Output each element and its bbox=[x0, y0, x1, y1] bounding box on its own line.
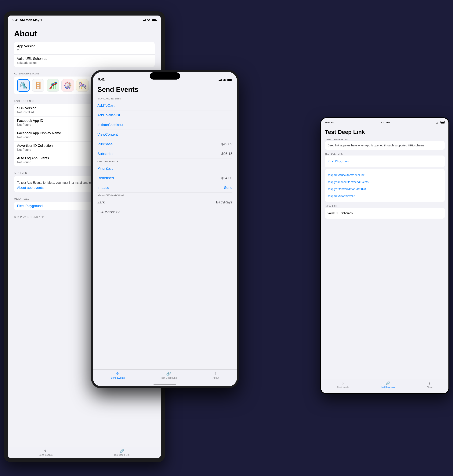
scene: 9:41 AM Mon May 1 5G About bbox=[0, 0, 453, 476]
right-tab-about-label: About bbox=[427, 386, 432, 388]
valid-url-schemes-label: Valid URL Schemes bbox=[327, 211, 442, 215]
event-row-addtowishlist[interactable]: AddToWishlist bbox=[97, 110, 232, 120]
standard-events-list: AddToCart AddToWishlist InitiateCheckout… bbox=[97, 101, 232, 159]
event-subscribe-price: $96.18 bbox=[221, 152, 232, 156]
detected-deep-link-placeholder: Deep link appears here when App is opene… bbox=[327, 143, 442, 147]
iphone-right-signal-icon bbox=[436, 121, 439, 124]
detected-deep-link-header: DETECTED DEEP LINK bbox=[325, 137, 445, 141]
app-icon-5[interactable]: 🎠 bbox=[76, 79, 89, 92]
app-version-label: App Version bbox=[17, 44, 152, 48]
event-redefined-name: Redefined bbox=[97, 176, 114, 180]
right-send-events-icon: ✈ bbox=[341, 381, 344, 386]
right-tab-send-events[interactable]: ✈ Send Events bbox=[337, 381, 349, 388]
iphone-notch bbox=[150, 72, 180, 80]
iphone-center-signal-icon bbox=[219, 79, 222, 81]
iphone-center-screen: 9:41 5G Send Events STANDARD EVENTS AddT… bbox=[93, 72, 237, 386]
iphone-tab-deep-link-label: Test Deep Link bbox=[161, 376, 177, 379]
iphone-tab-send-events[interactable]: ✈ Send Events bbox=[111, 372, 125, 379]
app-icon-4[interactable]: 🎡 bbox=[61, 79, 74, 92]
adv-zark-val: BabyRays bbox=[216, 200, 232, 204]
custom-events-list: Ping Zucc Redefined $54.60 Impacc Send bbox=[97, 164, 232, 193]
adv-row-address: 924 Mason St bbox=[97, 207, 232, 217]
test-deep-link-header: TEST DEEP LINK bbox=[325, 152, 445, 156]
iphone-right-time: 9:41 AM bbox=[381, 121, 390, 124]
event-impacc-name: Impacc bbox=[97, 186, 109, 190]
event-row-pingzucc[interactable]: Ping Zucc bbox=[97, 164, 232, 173]
send-events-title: Send Events bbox=[97, 83, 232, 96]
pixel-playground-test-link[interactable]: Pixel Playground bbox=[327, 158, 442, 165]
iphone-center-content[interactable]: Send Events STANDARD EVENTS AddToCart Ad… bbox=[93, 83, 237, 369]
app-info-card: App Version 2.0 Valid URL Schemes sdkpar… bbox=[14, 42, 155, 67]
test-deep-link-card: Pixel Playground bbox=[325, 156, 445, 167]
deep-link-2[interactable]: sdkpg://impacc?tab=sendEvents bbox=[327, 179, 442, 186]
ipad-tab-bar: ✈ Send Events 🔗 Test Deep Link bbox=[8, 447, 161, 458]
event-initiatecheckout-name: InitiateCheckout bbox=[97, 123, 123, 127]
iphone-right-status-bar: Meta 5G 9:41 AM bbox=[321, 118, 448, 126]
iphone-tab-about[interactable]: ℹ About bbox=[213, 372, 219, 379]
advanced-matching-header: ADVANCED MATCHING bbox=[97, 193, 232, 198]
about-app-events-link[interactable]: About app events bbox=[17, 186, 44, 190]
iphone-deep-link-icon: 🔗 bbox=[166, 372, 171, 376]
deep-links-card: sdkpark://zucc?tab=deepLink sdkpg://impa… bbox=[325, 169, 445, 202]
home-button[interactable] bbox=[381, 383, 388, 390]
send-button[interactable]: Send bbox=[224, 186, 232, 190]
right-tab-send-events-label: Send Events bbox=[337, 386, 349, 388]
iphone-center-network: 5G bbox=[223, 78, 226, 82]
deep-link-1[interactable]: sdkpark://zucc?tab=deepLink bbox=[327, 172, 442, 179]
event-row-impacc[interactable]: Impacc Send bbox=[97, 183, 232, 193]
event-row-addtocart[interactable]: AddToCart bbox=[97, 101, 232, 110]
event-row-redefined[interactable]: Redefined $54.60 bbox=[97, 173, 232, 183]
tab-test-deep-link[interactable]: 🔗 Test Deep Link bbox=[114, 448, 130, 456]
iphone-tab-send-label: Send Events bbox=[111, 376, 125, 379]
event-row-purchase[interactable]: Purchase $49.09 bbox=[97, 139, 232, 149]
event-pingzucc-name: Ping Zucc bbox=[97, 166, 113, 171]
event-row-initiatecheckout[interactable]: InitiateCheckout bbox=[97, 120, 232, 130]
iphone-right-screen: Meta 5G 9:41 AM Test Deep Link DETECTED … bbox=[321, 118, 448, 393]
right-about-icon: ℹ bbox=[429, 381, 430, 386]
info-plist-card: Valid URL Schemes bbox=[325, 207, 445, 219]
iphone-right-battery-icon bbox=[440, 121, 445, 124]
iphone-tab-about-label: About bbox=[213, 376, 219, 379]
event-redefined-price: $54.60 bbox=[221, 176, 232, 180]
event-subscribe-name: Subscribe bbox=[97, 152, 113, 156]
url-schemes-value: sdkpark, sdkpg bbox=[17, 61, 152, 65]
event-purchase-price: $49.09 bbox=[221, 142, 232, 146]
page-title: About bbox=[14, 25, 155, 42]
url-schemes-row: Valid URL Schemes sdkpark, sdkpg bbox=[14, 55, 155, 67]
url-schemes-label: Valid URL Schemes bbox=[17, 57, 152, 61]
detected-deep-link-card: Deep link appears here when App is opene… bbox=[325, 141, 445, 150]
home-indicator bbox=[154, 384, 176, 385]
right-tab-about[interactable]: ℹ About bbox=[427, 381, 432, 388]
iphone-center-battery-icon bbox=[227, 79, 232, 81]
signal-bars-icon bbox=[142, 19, 146, 21]
adv-row-zark: Zark BabyRays bbox=[97, 198, 232, 207]
app-icon-3[interactable]: 🎢 bbox=[47, 79, 59, 92]
deep-link-title: Test Deep Link bbox=[325, 126, 445, 137]
iphone-right-content[interactable]: Test Deep Link DETECTED DEEP LINK Deep l… bbox=[321, 126, 448, 379]
iphone-right-carrier: Meta 5G bbox=[325, 121, 334, 124]
iphone-about-icon: ℹ bbox=[215, 372, 217, 376]
adv-address-key: 924 Mason St bbox=[97, 210, 120, 214]
app-icon-1[interactable]: 🛝 bbox=[17, 79, 29, 92]
valid-url-schemes-row: Valid URL Schemes bbox=[327, 210, 442, 216]
event-purchase-name: Purchase bbox=[97, 142, 113, 146]
event-addtowishlist-name: AddToWishlist bbox=[97, 113, 120, 117]
app-icon-2[interactable]: 🪜 bbox=[32, 79, 44, 92]
tab-test-deep-link-label: Test Deep Link bbox=[114, 454, 130, 456]
app-version-row: App Version 2.0 bbox=[14, 42, 155, 55]
deep-link-icon: 🔗 bbox=[120, 448, 124, 453]
tab-send-events[interactable]: ✈ Send Events bbox=[39, 448, 53, 456]
pixel-playground-link[interactable]: Pixel Playground bbox=[17, 204, 43, 208]
iphone-center-status-right: 5G bbox=[219, 78, 232, 82]
deep-link-3[interactable]: sdkpg://?tab=sdkInfo&id=2023 bbox=[327, 186, 442, 193]
iphone-center-tab-bar: ✈ Send Events 🔗 Test Deep Link ℹ About bbox=[93, 369, 237, 386]
deep-link-4[interactable]: sdkpark://?tab=invalid bbox=[327, 193, 442, 200]
iphone-right-device: Meta 5G 9:41 AM Test Deep Link DETECTED … bbox=[320, 117, 449, 394]
ipad-status-right: 5G bbox=[142, 19, 156, 22]
iphone-tab-test-deep-link[interactable]: 🔗 Test Deep Link bbox=[161, 372, 177, 379]
app-version-value: 2.0 bbox=[17, 49, 152, 52]
custom-events-header: CUSTOM EVENTS bbox=[97, 159, 232, 164]
event-row-subscribe[interactable]: Subscribe $96.18 bbox=[97, 149, 232, 159]
ipad-status-bar: 9:41 AM Mon May 1 5G bbox=[8, 15, 161, 25]
event-row-viewcontent[interactable]: ViewContent bbox=[97, 130, 232, 139]
